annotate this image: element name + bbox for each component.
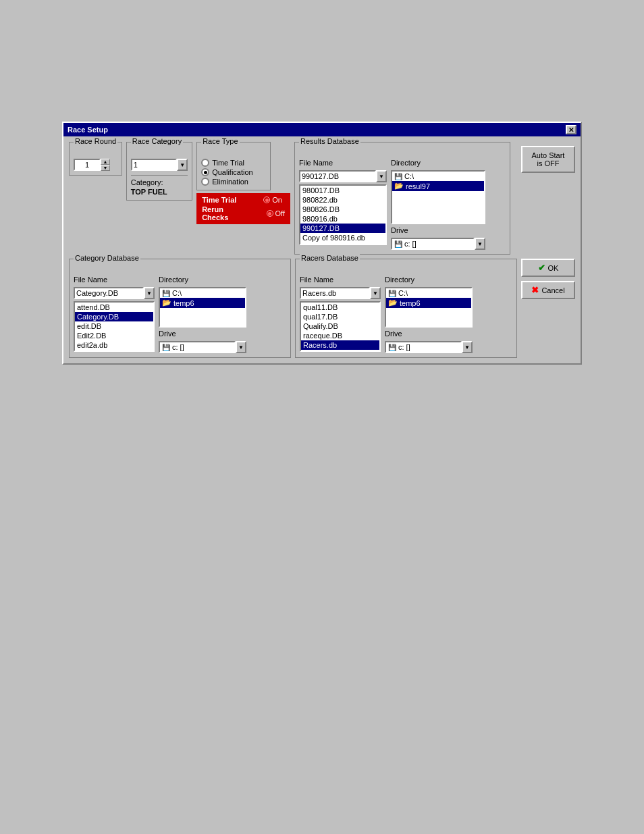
results-db-listbox[interactable]: 980017.DB 980822.db 980826.DB 980916.db … [299,184,387,245]
category-db-dir-listbox[interactable]: 💾 C:\ 📂 temp6 [159,287,246,328]
results-db-drive-dropdown[interactable]: ▼ [475,238,485,250]
dir-item-root[interactable]: 💾 C:\ [160,288,245,298]
radio-qualification[interactable]: Qualification [201,168,266,176]
results-db-drive-value: 💾 c: [] [391,238,475,250]
top-row: Race Round 1 ▲ ▼ Race Category 1 [69,142,575,255]
race-category-input[interactable]: 1 [131,159,177,171]
racers-db-drive-dropdown[interactable]: ▼ [462,341,473,353]
drive-icon4: 💾 [162,344,170,351]
auto-start-line1: Auto Start [528,151,568,159]
racers-db-dir-label: Directory [385,276,473,284]
list-item[interactable]: 980826.DB [300,205,385,214]
race-type-group: Race Type Time Trial Qualification El [196,142,271,190]
close-button[interactable]: ✕ [566,125,576,134]
category-db-drive-label: Drive [159,330,246,338]
tt-rerun-button[interactable]: Time Trial On Rerun Checks Off [196,193,290,224]
radio-elimination[interactable]: Elimination [201,178,266,186]
list-item[interactable]: Copy of 980916.db [300,233,385,242]
racers-db-dir-listbox[interactable]: 💾 C:\ 📂 temp6 [385,287,473,328]
radio-time-trial-indicator [201,159,209,167]
list-item[interactable]: edit.DB [75,321,153,331]
race-type-label: Race Type [201,137,239,145]
drive-icon3: 💾 [162,290,170,297]
results-db-filename-input[interactable]: 990127.DB [299,170,376,182]
category-db-label: Category Database [74,254,140,262]
dir-item-selected[interactable]: 📂 temp6 [386,298,471,308]
list-item-selected[interactable]: 990127.DB [300,224,385,233]
category-db-group: Category Database File Name Category.DB … [69,259,291,358]
list-item[interactable]: qual11.DB [301,303,379,312]
list-item[interactable]: INFOFILE.DB [75,350,153,352]
results-db-drive-label: Drive [391,226,485,234]
list-item-selected[interactable]: Category.DB [75,312,153,321]
race-round-label: Race Round [74,137,117,145]
dir-item-selected[interactable]: 📂 temp6 [160,298,245,308]
racers-db-drive-select: 💾 c: [] ▼ [385,341,473,353]
results-db-dir-section: Directory 💾 C:\ 📂 resul97 Drive [391,159,485,250]
race-category-select: 1 ▼ [131,159,188,171]
dir-item-selected[interactable]: 📂 resul97 [392,181,484,191]
race-round-group: Race Round 1 ▲ ▼ [69,142,122,176]
race-category-dropdown[interactable]: ▼ [177,159,188,171]
cancel-button[interactable]: ✖ Cancel [521,281,575,299]
auto-start-button[interactable]: Auto Start is OFF [521,146,575,173]
race-type-section: Race Type Time Trial Qualification El [196,142,290,224]
results-db-label: Results Database [299,137,360,145]
drive-icon2: 💾 [394,240,402,248]
category-db-filename-select: Category.DB ▼ [74,287,155,299]
race-round-up[interactable]: ▲ [101,159,110,165]
racers-db-file-section: File Name Racers.db ▼ qual11.DB qual17.D… [300,276,381,353]
on-label: On [272,196,282,204]
category-db-inner: File Name Category.DB ▼ attend.DB Catego… [74,276,286,353]
radio-qualification-indicator [201,168,209,176]
results-db-filename-dropdown[interactable]: ▼ [376,170,387,182]
list-item[interactable]: edit2a.db [75,340,153,350]
racers-db-drive-value: 💾 c: [] [385,341,462,353]
race-round-spinner-buttons: ▲ ▼ [101,159,110,171]
list-item[interactable]: qual17.DB [301,312,379,321]
category-db-filename-dropdown[interactable]: ▼ [144,287,155,299]
category-db-filename-input[interactable]: Category.DB [74,287,144,299]
list-item[interactable]: Qualify.DB [301,321,379,331]
race-round-down[interactable]: ▼ [101,165,110,171]
category-db-dir-section: Directory 💾 C:\ 📂 temp6 Drive [159,276,246,353]
tt-rerun-line1-row: Time Trial On [202,196,282,204]
list-item[interactable]: 980017.DB [300,186,385,195]
dir-item-root[interactable]: 💾 C:\ [392,172,484,181]
drive-icon: 💾 [394,173,402,180]
dir-selected-text: resul97 [406,182,430,190]
race-round-spinner: 1 ▲ ▼ [74,159,117,171]
list-item[interactable]: raceque.DB [301,331,379,340]
dialog-title: Race Setup [68,126,108,134]
category-db-filename-label: File Name [74,276,155,284]
off-label: Off [275,209,285,217]
race-category-select-container: 1 ▼ [131,159,188,171]
list-item[interactable]: attend.DB [75,303,153,312]
results-db-dir-listbox[interactable]: 💾 C:\ 📂 resul97 [391,170,485,224]
list-item[interactable]: 980916.db [300,214,385,224]
action-buttons: ✔ OK ✖ Cancel [521,259,575,302]
category-db-dir-label: Directory [159,276,246,284]
racers-db-listbox[interactable]: qual11.DB qual17.DB Qualify.DB raceque.D… [300,301,381,352]
racers-db-filename-label: File Name [300,276,381,284]
race-round-input[interactable]: 1 [74,159,101,171]
racers-db-filename-dropdown[interactable]: ▼ [370,287,381,299]
category-db-drive-dropdown[interactable]: ▼ [236,341,246,353]
dir-item-root[interactable]: 💾 C:\ [386,288,471,298]
rerun-label: Rerun Checks [202,205,250,221]
category-dir-selected: temp6 [173,299,194,307]
category-drive-text: c: [] [172,343,184,351]
dialog-content: Race Round 1 ▲ ▼ Race Category 1 [63,136,581,363]
results-db-filename-label: File Name [299,159,387,167]
ok-label: OK [548,264,559,272]
list-item[interactable]: Racers1.DB [301,350,379,352]
list-item-selected[interactable]: Racers.db [301,340,379,350]
radio-time-trial[interactable]: Time Trial [201,159,266,167]
ok-button[interactable]: ✔ OK [521,259,575,277]
dir-root-text: C:\ [404,172,414,180]
racers-db-filename-input[interactable]: Racers.db [300,287,370,299]
list-item[interactable]: 980822.db [300,195,385,205]
category-db-listbox[interactable]: attend.DB Category.DB edit.DB Edit2.DB e… [74,301,155,352]
list-item[interactable]: Edit2.DB [75,331,153,340]
results-db-dir-label: Directory [391,159,485,167]
